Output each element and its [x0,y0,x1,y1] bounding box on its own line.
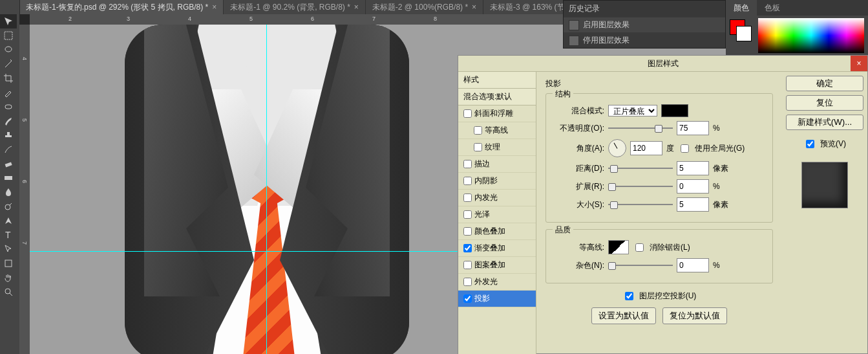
blend-default[interactable]: 混合选项:默认 [458,89,536,105]
preview-check[interactable] [806,140,814,148]
dialog-buttons: 确定 复位 新建样式(W)... 预览(V) [782,72,867,354]
cancel-button[interactable]: 复位 [786,95,863,111]
style-check[interactable] [463,278,472,286]
noise-input[interactable] [677,258,709,272]
style-check[interactable] [463,194,472,202]
ok-button[interactable]: 确定 [786,76,863,91]
marquee-tool[interactable] [0,28,17,43]
history-brush-tool[interactable] [0,142,17,157]
crop-tool[interactable] [0,71,17,85]
hand-tool[interactable] [0,271,17,285]
style-pattern-overlay[interactable]: 图案叠加 [458,257,536,274]
type-tool[interactable]: T [0,228,17,242]
new-style-button[interactable]: 新建样式(W)... [786,115,863,130]
style-check[interactable] [463,210,472,219]
distance-slider[interactable] [608,164,673,173]
structure-group: 结构 混合模式: 正片叠底 不透明度(O): % 角度(A): 度 [545,93,773,223]
style-check[interactable] [463,160,472,168]
zoom-tool[interactable] [0,285,17,299]
style-check[interactable] [463,109,472,118]
close-icon[interactable]: × [472,0,476,14]
style-check[interactable] [463,177,472,185]
ruler-vertical[interactable]: 4 5 6 7 [19,25,30,354]
style-drop-shadow[interactable]: 投影 [458,291,536,307]
style-label: 渐变叠加 [474,243,505,254]
history-item[interactable]: 停用图层效果 [564,32,725,48]
style-inner-shadow[interactable]: 内阴影 [458,173,536,190]
style-gradient-overlay[interactable]: 渐变叠加 [458,240,536,257]
spread-input[interactable] [677,179,709,194]
size-input[interactable] [677,197,709,212]
style-outer-glow[interactable]: 外发光 [458,274,536,291]
style-label: 描边 [474,159,490,170]
svg-text:T: T [5,230,11,240]
style-check[interactable] [463,294,472,303]
antialias-check[interactable] [635,243,644,252]
style-check[interactable] [474,126,482,135]
move-tool[interactable] [0,14,17,28]
contour-picker[interactable] [608,240,629,254]
make-default-button[interactable]: 设置为默认值 [591,307,656,324]
style-inner-glow[interactable]: 内发光 [458,190,536,206]
angle-input[interactable] [630,141,662,155]
style-texture[interactable]: 纹理 [458,139,536,156]
style-satin[interactable]: 光泽 [458,206,536,223]
opacity-slider[interactable] [608,124,673,133]
size-slider[interactable] [608,200,673,209]
background-swatch[interactable] [736,26,752,41]
guide-vertical[interactable] [266,25,267,354]
pen-tool[interactable] [0,214,17,228]
knockout-check[interactable] [625,292,633,300]
close-button[interactable]: × [851,56,867,71]
tab-swatches[interactable]: 色板 [757,0,788,16]
style-list: 样式 混合选项:默认 斜面和浮雕 等高线 纹理 描边 内阴影 内发光 光泽 颜色… [458,72,536,354]
gradient-tool[interactable] [0,171,17,185]
heal-tool[interactable] [0,100,17,114]
style-check[interactable] [463,227,472,236]
global-light-check[interactable] [681,144,689,153]
close-icon[interactable]: × [212,0,217,14]
style-check[interactable] [463,244,472,252]
preview-thumbnail [801,162,848,208]
brush-tool[interactable] [0,114,17,128]
doc-tab-2[interactable]: 未标题-2 @ 100%(RGB/8) *× [366,0,483,14]
opacity-input[interactable] [677,121,709,135]
blur-tool[interactable] [0,185,17,199]
color-spectrum[interactable] [758,18,864,53]
history-label: 停用图层效果 [583,35,630,46]
history-thumb-icon [569,20,579,30]
blend-mode-select[interactable]: 正片叠底 [608,105,657,116]
doc-tab-0[interactable]: 未标题-1-恢复的.psd @ 292% (形状 5 拷贝, RGB/8) *× [19,0,224,14]
lasso-tool[interactable] [0,43,17,57]
dodge-tool[interactable] [0,199,17,214]
unit: % [713,124,720,133]
shape-tool[interactable] [0,256,17,271]
stamp-tool[interactable] [0,128,17,142]
distance-input[interactable] [677,161,709,175]
tab-color[interactable]: 颜色 [726,0,757,16]
style-contour[interactable]: 等高线 [458,122,536,139]
eyedropper-tool[interactable] [0,85,17,100]
reset-default-button[interactable]: 复位为默认值 [662,307,727,324]
eraser-tool[interactable] [0,157,17,171]
style-stroke[interactable]: 描边 [458,156,536,173]
noise-slider[interactable] [608,261,673,270]
doc-tab-1[interactable]: 未标题-1 @ 90.2% (背景, RGB/8) *× [224,0,366,14]
path-select-tool[interactable] [0,242,17,256]
style-color-overlay[interactable]: 颜色叠加 [458,223,536,240]
style-bevel[interactable]: 斜面和浮雕 [458,105,536,122]
style-check[interactable] [463,261,472,269]
style-list-header[interactable]: 样式 [458,72,536,89]
blend-label: 混合模式: [553,105,604,116]
history-item[interactable]: 启用图层效果 [564,17,725,32]
wand-tool[interactable] [0,57,17,71]
angle-dial[interactable] [608,139,626,157]
shadow-color-swatch[interactable] [661,104,688,117]
close-icon[interactable]: × [354,0,359,14]
style-label: 图案叠加 [474,260,505,271]
spread-slider[interactable] [608,182,673,191]
group-title: 结构 [553,89,573,100]
svg-rect-0 [5,32,12,39]
style-check[interactable] [474,143,482,151]
ruler-tick: 8 [434,16,437,22]
